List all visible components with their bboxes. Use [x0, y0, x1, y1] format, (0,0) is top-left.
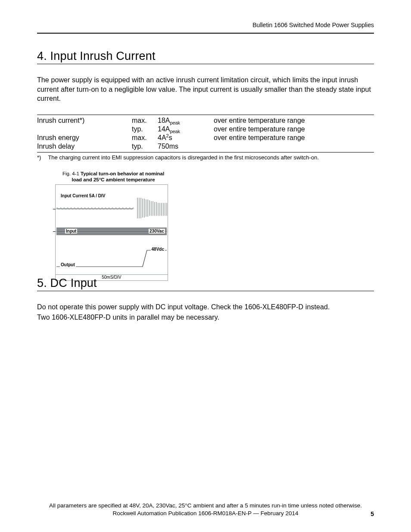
cell-note: over entire temperature range — [214, 115, 374, 125]
label-output: Output — [60, 262, 76, 267]
table-row: Inrush current*) max. 18Apeak over entir… — [37, 115, 374, 125]
table-row: typ. 14Apeak over entire temperature ran… — [37, 125, 374, 134]
footer-line-2: Rockwell Automation Publication 1606-RM0… — [37, 510, 374, 517]
figure-lead: Fig. 4-1 — [62, 171, 79, 176]
label-230vac: 230Vac — [149, 229, 165, 233]
footnote-text: The charging current into EMI suppressio… — [48, 154, 319, 161]
page: Bulletin 1606 Switched Mode Power Suppli… — [0, 0, 411, 532]
cell-value: 750ms — [158, 142, 214, 152]
header-rule — [37, 33, 374, 34]
inrush-spec-table: Inrush current*) max. 18Apeak over entir… — [37, 115, 374, 152]
cell-stat: typ. — [132, 125, 158, 134]
label-input-current: Input Current 5A / DIV — [60, 193, 106, 198]
section-input-inrush-current: 4. Input Inrush Current The power supply… — [37, 50, 374, 281]
section-5-paragraph-1: Do not operate this power supply with DC… — [37, 302, 374, 312]
figure-title-line2: load and 25°C ambient temperature — [72, 177, 155, 182]
label-48vdc: 48Vdc — [151, 247, 165, 252]
cell-stat: typ. — [132, 142, 158, 152]
cell-stat: max. — [132, 134, 158, 142]
page-footer: All parameters are specified at 48V, 20A… — [37, 502, 374, 517]
footnote-mark: *) — [37, 154, 41, 161]
cell-value: 4A2s — [158, 134, 214, 142]
section-dc-input: 5. DC Input Do not operate this power su… — [37, 277, 374, 322]
cell-stat: max. — [132, 115, 158, 125]
cell-param — [37, 125, 132, 134]
header-title: Bulletin 1606 Switched Mode Power Suppli… — [252, 22, 374, 28]
section-4-heading: 4. Input Inrush Current — [37, 50, 374, 64]
cell-note — [214, 142, 374, 152]
cell-note: over entire temperature range — [214, 125, 374, 134]
label-input: Input — [65, 229, 77, 233]
cell-param: Inrush current*) — [37, 115, 132, 125]
cell-param: Inrush energy — [37, 134, 132, 142]
section-5-heading: 5. DC Input — [37, 277, 374, 291]
footer-line-1: All parameters are specified at 48V, 20A… — [37, 502, 374, 510]
section-5-paragraph-2: Two 1606-XLE480FP-D units in parallel ma… — [37, 313, 374, 322]
cell-note: over entire temperature range — [214, 134, 374, 142]
oscilloscope-plot: Input Current 5A / DIV Input 230Vac 48Vd… — [55, 184, 168, 275]
table-row: Inrush delay typ. 750ms — [37, 142, 374, 152]
cell-param: Inrush delay — [37, 142, 132, 152]
section-4-paragraph: The power supply is equipped with an act… — [37, 75, 374, 103]
figure-4-1: Fig. 4-1 Typical turn-on behavior at nom… — [55, 171, 171, 281]
cell-value: 14Apeak — [158, 125, 214, 134]
table-row: Inrush energy max. 4A2s over entire temp… — [37, 134, 374, 142]
footnote: *) The charging current into EMI suppres… — [37, 154, 374, 161]
figure-caption: Fig. 4-1 Typical turn-on behavior at nom… — [55, 171, 171, 183]
figure-title-line1: Typical turn-on behavior at nominal — [81, 171, 164, 176]
page-number: 5 — [371, 510, 374, 517]
cell-value: 18Apeak — [158, 115, 214, 125]
